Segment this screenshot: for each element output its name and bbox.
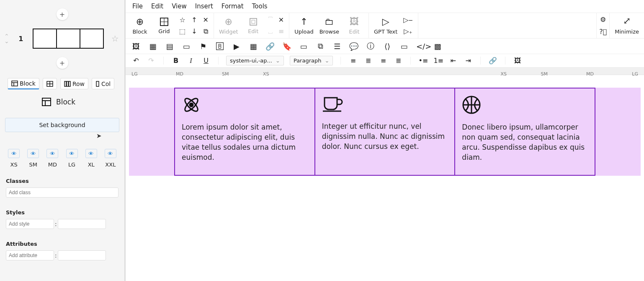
content-block[interactable]: Lorem ipsum dolor sit amet, consectetur … [129, 88, 641, 176]
gear-icon[interactable]: ⚙ [600, 16, 606, 23]
play-plus-icon[interactable]: ▷₊ [404, 27, 412, 35]
image-icon[interactable]: 🖼 [131, 42, 141, 51]
carousel-icon[interactable]: ▭ [182, 42, 191, 51]
block-button[interactable]: ⊕ Block [131, 16, 149, 35]
comment-icon[interactable]: 💬 [349, 42, 358, 51]
reorder-chevrons[interactable]: ⌃ ⌄ [4, 34, 9, 43]
align-middle-icon[interactable]: ≡ [278, 27, 284, 35]
plus-icon[interactable]: + [57, 57, 68, 69]
gallery-icon[interactable]: ▦ [148, 42, 157, 51]
tooltip-icon[interactable]: ⓘ [366, 41, 375, 51]
tab-row[interactable]: Row [60, 78, 88, 89]
tab-col[interactable]: Col [92, 78, 114, 89]
outdent-icon[interactable]: ⇤ [448, 57, 458, 65]
menu-file[interactable]: File [132, 3, 143, 10]
upload-button[interactable]: ↑ Upload [294, 16, 314, 35]
add-class-input[interactable] [6, 187, 118, 198]
bold-icon[interactable]: B [171, 57, 180, 65]
font-dropdown[interactable]: system-ui,-ap...⌄ [226, 56, 284, 65]
button-icon[interactable]: ▭ [299, 42, 308, 51]
play-icon: ▷ [382, 16, 389, 27]
minimize-button[interactable]: ⤢ Minimize [609, 13, 644, 38]
vis-xl[interactable]: 👁XL [85, 149, 97, 168]
tabs-icon[interactable]: ⧉ [316, 42, 325, 51]
italic-icon[interactable]: I [186, 57, 196, 65]
help-icon[interactable]: ?⃝ [599, 28, 607, 36]
set-background-button[interactable]: Set background [5, 118, 119, 132]
image-icon[interactable]: 🖼 [513, 57, 522, 65]
edit-image-button[interactable]: 🖼 Edit [345, 16, 363, 35]
menu-view[interactable]: View [172, 3, 187, 10]
column-text[interactable]: Lorem ipsum dolor sit amet, consectetur … [182, 122, 308, 162]
align-top-icon[interactable]: ⎴ [268, 16, 273, 24]
paragraph-dropdown[interactable]: Paragraph⌄ [290, 56, 333, 65]
undo-icon[interactable]: ↶ [131, 57, 141, 65]
align-justify-icon[interactable]: ≣ [394, 57, 403, 65]
star-icon[interactable]: ☆ [111, 34, 119, 44]
align-center-icon[interactable]: ≣ [363, 57, 373, 65]
gpt-text-button[interactable]: ▷ GPT Text [374, 16, 397, 35]
column-3[interactable]: Donec libero ipsum, ullamcorper non quam… [455, 88, 595, 176]
browse-button[interactable]: 🗀 Browse [319, 16, 339, 35]
eye-icon: 👁 [8, 149, 20, 158]
edit-widget-button[interactable]: Edit [244, 17, 263, 34]
qr-icon[interactable]: ▩ [433, 42, 442, 51]
link-icon[interactable]: 🔗 [265, 42, 275, 51]
list-ol-icon[interactable]: 1≡ [433, 57, 443, 65]
column-text[interactable]: Donec libero ipsum, ullamcorper non quam… [462, 122, 588, 162]
svg-rect-9 [96, 81, 99, 86]
tab-grid[interactable] [43, 78, 57, 89]
star-icon[interactable]: ☆ [179, 16, 185, 24]
align-bottom-icon[interactable]: ⎵ [268, 27, 273, 35]
menu-tools[interactable]: Tools [252, 3, 268, 10]
block-thumbnail[interactable] [33, 29, 104, 49]
accordion-icon[interactable]: ☰ [332, 42, 342, 51]
plus-icon[interactable]: + [57, 8, 68, 20]
add-style-value-input[interactable] [58, 219, 106, 229]
vis-md[interactable]: 👁MD [46, 149, 58, 168]
chevron-down-icon[interactable]: ⌄ [4, 39, 9, 43]
grid-button[interactable]: Grid [155, 17, 173, 34]
minimize-icon: ⤢ [623, 16, 631, 26]
embed-icon[interactable]: ▭ [399, 42, 409, 51]
vis-lg[interactable]: 👁LG [66, 149, 78, 168]
indent-icon[interactable]: ⇥ [464, 57, 473, 65]
align-right-icon[interactable]: ≡ [379, 57, 388, 65]
add-attr-value-input[interactable] [58, 250, 106, 260]
list-ul-icon[interactable]: •≡ [418, 57, 428, 65]
close-icon[interactable]: ✕ [278, 16, 284, 24]
widget-button[interactable]: ⊕ Widget [219, 16, 238, 35]
flag-icon[interactable]: ⚑ [198, 42, 208, 51]
column-1[interactable]: Lorem ipsum dolor sit amet, consectetur … [174, 88, 315, 176]
canvas[interactable]: Lorem ipsum dolor sit amet, consectetur … [126, 75, 644, 281]
html-icon[interactable]: </> [416, 42, 425, 51]
styles-label: Styles [0, 199, 124, 217]
close-icon[interactable]: ✕ [203, 16, 209, 24]
table-icon[interactable]: ▦ [249, 42, 258, 51]
add-attr-key-input[interactable] [6, 250, 54, 260]
code-icon[interactable]: ⟨⟩ [383, 42, 392, 51]
bookmark-icon[interactable]: 🔖 [282, 42, 291, 51]
redo-icon[interactable]: ↷ [147, 57, 156, 65]
arrow-down-icon[interactable]: ↓ [191, 27, 197, 35]
add-style-key-input[interactable] [6, 219, 54, 229]
underline-icon[interactable]: U [201, 57, 211, 65]
vis-sm[interactable]: 👁SM [27, 149, 39, 168]
menu-format[interactable]: Format [222, 3, 244, 10]
save-template-icon[interactable]: ⬚ [179, 27, 185, 35]
copy-icon[interactable]: ⧉ [204, 27, 208, 35]
link-icon[interactable]: 🔗 [488, 57, 497, 65]
menu-edit[interactable]: Edit [151, 3, 163, 10]
column-2[interactable]: Integer ut efficitur nunc, vel dignissim… [315, 88, 456, 176]
arrow-up-icon[interactable]: ↑ [191, 16, 197, 24]
bold-box-icon[interactable]: 🄱 [215, 42, 224, 51]
menu-insert[interactable]: Insert [195, 3, 213, 10]
tab-block[interactable]: Block [8, 78, 39, 89]
column-text[interactable]: Integer ut efficitur nunc, vel dignissim… [322, 121, 448, 151]
vis-xxl[interactable]: 👁XXL [105, 149, 116, 168]
video-icon[interactable]: ▶ [232, 42, 241, 51]
align-left-icon[interactable]: ≡ [348, 57, 358, 65]
play-minus-icon[interactable]: ▷‒ [403, 16, 412, 24]
vis-xs[interactable]: 👁XS [8, 149, 20, 168]
slider-icon[interactable]: ▤ [165, 42, 174, 51]
